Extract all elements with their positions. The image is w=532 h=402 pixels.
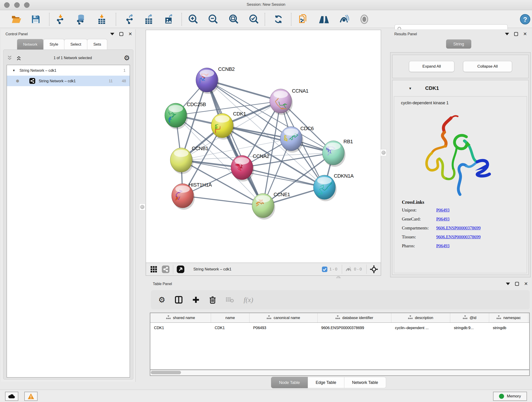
help-button[interactable]: ? xyxy=(520,14,531,25)
crosslink-value-link[interactable]: 9606.ENSP00000378699 xyxy=(436,225,481,230)
tab-select[interactable]: Select xyxy=(64,39,87,50)
zoom-fit-button[interactable] xyxy=(228,14,239,25)
cloud-status-button[interactable] xyxy=(5,392,18,401)
export-image-button[interactable] xyxy=(164,14,175,25)
network-node-ccne1[interactable]: CCNE1 xyxy=(252,191,290,220)
crosslink-value-link[interactable]: P06493 xyxy=(436,208,450,213)
network-edge[interactable] xyxy=(242,167,324,187)
table-options-gear-icon[interactable]: ⚙ xyxy=(158,296,165,303)
collapse-all-chevron-icon[interactable] xyxy=(7,56,13,61)
import-table-file-button[interactable] xyxy=(96,14,107,25)
column-header-namespac[interactable]: namespac xyxy=(489,313,528,322)
collapse-panel-icon[interactable] xyxy=(110,33,114,35)
table-horizontal-scrollbar[interactable] xyxy=(150,370,530,376)
network-node-cdc6[interactable]: CDC6 xyxy=(280,126,314,153)
clone-network-button[interactable] xyxy=(298,14,309,25)
tab-style[interactable]: Style xyxy=(43,39,64,50)
zoom-out-button[interactable] xyxy=(207,14,218,25)
string-network-graph[interactable]: CCNB2CCNA1CDC25BCDK1CDC6RB1CCNB1CCNA2CDK… xyxy=(146,30,381,263)
tab-node-table[interactable]: Node Table xyxy=(271,377,308,388)
find-button[interactable] xyxy=(318,14,329,25)
show-columns-icon[interactable] xyxy=(175,296,183,304)
grid-view-button[interactable] xyxy=(149,265,158,274)
network-canvas[interactable]: CCNB2CCNA1CDC25BCDK1CDC6RB1CCNB1CCNA2CDK… xyxy=(146,30,381,263)
float-panel-icon[interactable] xyxy=(515,282,519,286)
tab-network-table[interactable]: Network Table xyxy=(344,377,386,388)
tab-sets[interactable]: Sets xyxy=(87,39,107,50)
tab-network[interactable]: Network xyxy=(17,39,44,50)
network-collection-row[interactable]: ▼ String Network – cdk1 1 xyxy=(7,65,130,76)
detach-view-button[interactable] xyxy=(176,265,185,274)
crosslink-value-link[interactable]: P06493 xyxy=(436,217,450,222)
memory-button[interactable]: Memory xyxy=(493,392,527,401)
tab-edge-table[interactable]: Edge Table xyxy=(308,377,344,388)
crosslink-value-link[interactable]: P06493 xyxy=(436,243,450,249)
hide-selected-button[interactable] xyxy=(338,14,349,25)
table-cell[interactable]: CDK1 xyxy=(211,323,249,333)
network-node-rb1[interactable]: RB1 xyxy=(322,139,353,167)
scrollbar-thumb[interactable] xyxy=(151,371,181,374)
right-splitter-handle[interactable] xyxy=(380,149,386,156)
expanded-triangle-icon[interactable]: ▼ xyxy=(12,69,15,72)
zoom-in-button[interactable] xyxy=(187,14,198,25)
collection-label: String Network – cdk1 xyxy=(19,68,123,73)
left-splitter-handle[interactable] xyxy=(139,204,145,211)
node-table[interactable]: shared namenamecanonical namedatabase id… xyxy=(150,313,530,370)
network-node-hist1h1a[interactable]: HIST1H1A xyxy=(172,182,212,210)
table-cell[interactable]: stringdb xyxy=(489,323,528,333)
memory-label: Memory xyxy=(507,394,521,399)
column-header--id[interactable]: @id xyxy=(450,313,489,322)
expand-all-chevron-icon[interactable] xyxy=(16,56,22,61)
table-cell[interactable]: cyclin–dependent ... xyxy=(391,323,450,333)
import-network-file-button[interactable] xyxy=(55,14,66,25)
table-cell[interactable]: CDK1 xyxy=(150,323,211,333)
collapse-panel-icon[interactable] xyxy=(505,33,509,35)
network-row-selected[interactable]: String Network – cdk1 11 48 xyxy=(7,76,130,86)
expand-all-button[interactable]: Expand All xyxy=(409,61,454,72)
column-header-name[interactable]: name xyxy=(211,313,249,322)
network-node-cdk1[interactable]: CDK1 xyxy=(211,111,246,140)
table-cell[interactable]: P06493 xyxy=(249,323,317,333)
collapse-panel-icon[interactable] xyxy=(506,283,510,285)
network-node-ccna2[interactable]: CCNA2 xyxy=(231,153,269,182)
network-edge[interactable] xyxy=(207,80,263,206)
gene-section-header[interactable]: ▼ CDK1 xyxy=(393,80,528,96)
close-panel-icon[interactable]: ✕ xyxy=(523,32,527,36)
expanded-triangle-icon[interactable]: ▼ xyxy=(409,86,412,90)
column-header-shared-name[interactable]: shared name xyxy=(150,313,211,322)
selected-checkbox-icon[interactable] xyxy=(322,266,328,272)
table-row[interactable]: CDK1CDK1P064939606.ENSP00000378699cyclin… xyxy=(150,323,529,333)
import-network-database-button[interactable] xyxy=(75,14,86,25)
network-view-mode-button[interactable] xyxy=(161,265,170,274)
network-tab-content: 1 of 1 Network selected ⚙ ▼ String Netwo… xyxy=(3,50,133,380)
table-cell[interactable]: stringdb:9... xyxy=(450,323,489,333)
network-node-cdkn1a[interactable]: CDKN1A xyxy=(313,173,354,201)
column-header-description[interactable]: description xyxy=(391,313,450,322)
add-column-icon[interactable] xyxy=(192,296,200,303)
save-session-button[interactable] xyxy=(30,14,41,25)
tab-string[interactable]: String xyxy=(446,39,471,49)
export-network-button[interactable] xyxy=(124,14,135,25)
delete-column-trash-icon[interactable] xyxy=(209,296,216,304)
table-cell[interactable]: 9606.ENSP00000378699 xyxy=(317,323,391,333)
zoom-selected-button[interactable] xyxy=(248,14,259,25)
warnings-button[interactable] xyxy=(24,392,38,401)
crosslink-value-link[interactable]: 9606.ENSP00000378699 xyxy=(436,235,481,240)
show-all-button[interactable] xyxy=(359,14,370,25)
hidden-eye-icon[interactable] xyxy=(345,266,352,273)
network-node-ccnb2[interactable]: CCNB2 xyxy=(196,66,234,94)
float-panel-icon[interactable] xyxy=(119,32,123,36)
close-panel-icon[interactable]: ✕ xyxy=(524,282,528,286)
collapse-all-button[interactable]: Collapse All xyxy=(463,61,512,72)
float-panel-icon[interactable] xyxy=(514,32,518,36)
export-table-button[interactable] xyxy=(143,14,154,25)
network-selection-status: 1 of 1 Network selected xyxy=(22,56,124,60)
column-header-canonical-name[interactable]: canonical name xyxy=(249,313,317,322)
birds-eye-toggle-button[interactable] xyxy=(369,265,379,274)
apply-layout-button[interactable] xyxy=(273,14,284,25)
close-panel-icon[interactable]: ✕ xyxy=(128,32,132,36)
network-node-ccna1[interactable]: CCNA1 xyxy=(270,88,308,115)
column-header-database-identifier[interactable]: database identifier xyxy=(317,313,391,322)
open-session-button[interactable] xyxy=(11,14,22,25)
network-options-gear-icon[interactable]: ⚙ xyxy=(124,55,130,61)
